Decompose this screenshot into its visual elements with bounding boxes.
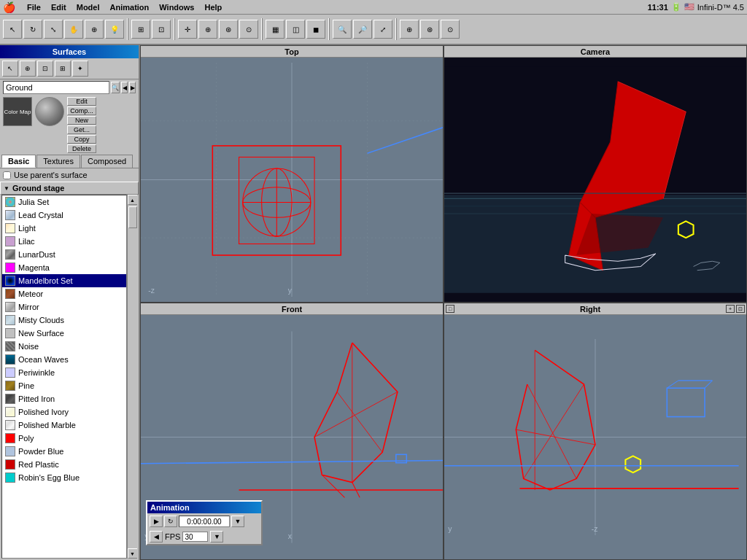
surface-list-item[interactable]: Noise <box>2 340 126 353</box>
surface-list-item[interactable]: Red Plastic <box>2 458 126 471</box>
right-full-btn[interactable]: ⊡ <box>736 305 745 313</box>
toolbar-magplus-tool[interactable]: 🔍 <box>333 20 352 39</box>
surface-list-item[interactable]: Ocean Waves <box>2 353 126 366</box>
tab-composed[interactable]: Composed <box>81 155 133 168</box>
panel-tool-2[interactable]: ⊕ <box>20 61 36 77</box>
anim-play-btn[interactable]: ▶ <box>150 516 163 527</box>
surface-list-item[interactable]: Julia Set <box>2 195 126 209</box>
menu-model[interactable]: Model <box>72 2 104 12</box>
apple-menu-icon[interactable]: 🍎 <box>3 1 15 13</box>
surface-list-item[interactable]: Meteor <box>2 287 126 300</box>
toolbar-grid-tool[interactable]: ⊞ <box>131 20 150 39</box>
surface-list-item[interactable]: Mandelbrot Set <box>2 274 126 287</box>
panel-tool-5[interactable]: ✦ <box>72 61 88 77</box>
surface-next-btn[interactable]: ▶ <box>129 82 136 93</box>
surface-swatch <box>5 262 15 273</box>
color-map-label: Color Map <box>4 109 31 115</box>
fps-label: FPS <box>165 532 180 541</box>
comp-button[interactable]: Comp... <box>67 106 96 115</box>
svg-line-50 <box>705 381 712 388</box>
viewport-top[interactable]: Top <box>140 45 444 303</box>
tab-textures[interactable]: Textures <box>36 155 80 168</box>
surface-prev-btn[interactable]: ◀ <box>121 82 128 93</box>
edit-button[interactable]: Edit <box>67 97 96 106</box>
toolbar-snap-tool[interactable]: ⊡ <box>152 20 171 39</box>
menu-windows[interactable]: Windows <box>155 2 198 12</box>
anim-loop-btn[interactable]: ↻ <box>164 516 177 527</box>
use-parent-label: Use parent's surface <box>14 171 88 179</box>
surface-list-item[interactable]: Polished Ivory <box>2 405 126 419</box>
surface-list-item[interactable]: Lilac <box>2 235 126 248</box>
menu-edit[interactable]: Edit <box>47 2 71 12</box>
toolbar-xyz-tool[interactable]: ⊕ <box>198 20 217 39</box>
surface-list-item[interactable]: Light <box>2 222 126 235</box>
toolbar-solid-tool[interactable]: ◼ <box>306 20 325 39</box>
toolbar-sep-4 <box>328 18 330 40</box>
toolbar-arrow-tool[interactable]: ↖ <box>3 20 22 39</box>
toolbar-extra3[interactable]: ⊙ <box>441 20 460 39</box>
surface-list-item[interactable]: Poly <box>2 432 126 445</box>
surface-list-item[interactable]: Misty Clouds <box>2 314 126 327</box>
get-button[interactable]: Get... <box>67 125 96 134</box>
toolbar-render-tool[interactable]: ▦ <box>266 20 285 39</box>
toolbar-light-tool[interactable]: 💡 <box>105 20 124 39</box>
scroll-down-arrow[interactable]: ▼ <box>128 548 138 559</box>
surface-scrollbar[interactable]: ▲ ▼ <box>127 195 137 559</box>
surface-item-label: Lilac <box>18 237 35 246</box>
surface-list-item[interactable]: LunarDust <box>2 248 126 261</box>
surface-search-btn[interactable]: 🔍 <box>111 82 120 93</box>
viewport-camera[interactable]: Camera <box>444 45 747 303</box>
menu-help[interactable]: Help <box>200 2 226 12</box>
surface-list-item[interactable]: Pitted Iron <box>2 392 126 405</box>
clock-display: 11:31 <box>648 3 668 12</box>
tab-basic[interactable]: Basic <box>1 155 36 168</box>
surface-list-item[interactable]: Mirror <box>2 300 126 314</box>
surface-search-input[interactable] <box>3 81 109 94</box>
panel-tool-4[interactable]: ⊞ <box>55 61 71 77</box>
color-map-preview[interactable]: Color Map <box>3 97 32 126</box>
surface-list-item[interactable]: Magenta <box>2 261 126 274</box>
surface-list-item[interactable]: Lead Crystal <box>2 209 126 222</box>
toolbar-pan-tool[interactable]: ✋ <box>64 20 83 39</box>
surface-list-item[interactable]: Powder Blue <box>2 445 126 458</box>
anim-time-input[interactable] <box>179 516 230 527</box>
toolbar-fit-tool[interactable]: ⤢ <box>374 20 392 39</box>
viewport-area: Top <box>140 45 747 560</box>
scroll-thumb[interactable] <box>128 206 137 228</box>
fps-input[interactable] <box>182 532 208 542</box>
panel-tool-1[interactable]: ↖ <box>2 61 18 77</box>
panel-tool-3[interactable]: ⊡ <box>37 61 53 77</box>
surface-item-label: Red Plastic <box>18 460 59 469</box>
surface-search-row: 🔍 ◀ ▶ <box>0 79 139 96</box>
surface-list-item[interactable]: Robin's Egg Blue <box>2 471 126 484</box>
copy-button[interactable]: Copy <box>67 135 96 144</box>
toolbar-rotate-tool[interactable]: ↻ <box>23 20 42 39</box>
toolbar-frame-tool[interactable]: ⊛ <box>219 20 238 39</box>
toolbar-scale-tool[interactable]: ⤡ <box>44 20 63 39</box>
toolbar-extra2[interactable]: ⊛ <box>420 20 439 39</box>
toolbar-magminus-tool[interactable]: 🔎 <box>353 20 372 39</box>
viewport-right[interactable]: □ Right + ⊡ <box>444 303 747 560</box>
right-close-btn[interactable]: □ <box>446 305 454 313</box>
surface-list-item[interactable]: Pine <box>2 379 126 392</box>
surface-list-item[interactable]: New Surface <box>2 327 126 340</box>
use-parent-checkbox[interactable] <box>3 171 11 179</box>
toolbar-move-tool[interactable]: ✛ <box>178 20 197 39</box>
right-zoom-btn[interactable]: + <box>726 305 735 313</box>
delete-button[interactable]: Delete <box>67 144 96 153</box>
svg-marker-47 <box>625 456 640 472</box>
toolbar-extra1[interactable]: ⊕ <box>400 20 419 39</box>
fps-step-btn[interactable]: ▼ <box>210 531 223 542</box>
toolbar-wire-tool[interactable]: ◫ <box>286 20 305 39</box>
menu-animation[interactable]: Animation <box>106 2 154 12</box>
surface-list-item[interactable]: Polished Marble <box>2 419 126 432</box>
scroll-up-arrow[interactable]: ▲ <box>128 195 138 205</box>
anim-back-btn[interactable]: ◀ <box>150 531 163 542</box>
anim-step-btn[interactable]: ▼ <box>231 516 244 527</box>
menu-file[interactable]: File <box>23 2 45 12</box>
toolbar-cam-tool[interactable]: ⊙ <box>239 20 258 39</box>
toolbar-zoom-tool[interactable]: ⊕ <box>85 20 104 39</box>
new-button[interactable]: New <box>67 116 96 125</box>
group-header[interactable]: ▼ Ground stage <box>0 182 139 195</box>
surface-list-item[interactable]: Periwinkle <box>2 366 126 379</box>
